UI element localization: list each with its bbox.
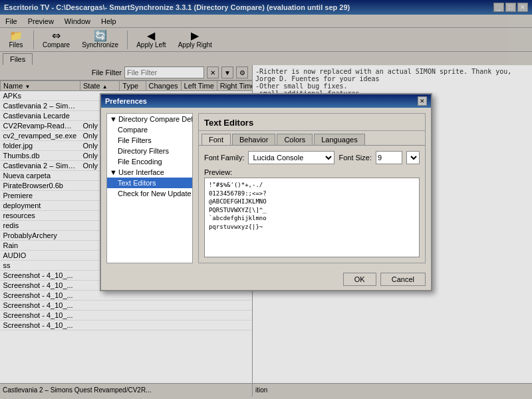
font-family-label: Font Family: bbox=[204, 154, 245, 162]
pref-tab-font[interactable]: Font bbox=[201, 134, 231, 145]
dialog-close-button[interactable]: ✕ bbox=[418, 96, 427, 106]
font-size-dropdown[interactable]: ▼ bbox=[406, 151, 420, 164]
tree-item-directory-compare[interactable]: ▼ Directory Compare Defaults bbox=[107, 114, 192, 124]
pref-section-title: Text Editors bbox=[199, 114, 425, 131]
font-size-input[interactable] bbox=[376, 151, 402, 164]
preferences-dialog: Preferences ✕ ▼ Directory Compare Defaul… bbox=[100, 93, 432, 291]
tree-item-directory-filters[interactable]: Directory Filters bbox=[107, 146, 192, 156]
tree-item-compare[interactable]: Compare bbox=[107, 124, 192, 135]
tree-expand-icon: ▼ bbox=[110, 115, 117, 123]
dialog-title-bar: Preferences ✕ bbox=[101, 94, 431, 108]
pref-tab-languages[interactable]: Languages bbox=[314, 134, 364, 145]
pref-tab-colors[interactable]: Colors bbox=[277, 134, 313, 145]
font-size-label: Font Size: bbox=[338, 154, 372, 162]
ok-button[interactable]: OK bbox=[343, 273, 376, 286]
cancel-button[interactable]: Cancel bbox=[380, 273, 426, 286]
dialog-title: Preferences bbox=[105, 97, 147, 105]
preferences-tree: ▼ Directory Compare Defaults Compare Fil… bbox=[106, 113, 193, 263]
tree-item-user-interface[interactable]: ▼ User Interface bbox=[107, 167, 192, 178]
dialog-buttons: OK Cancel bbox=[101, 269, 431, 290]
preview-label: Preview: bbox=[204, 168, 420, 176]
tree-item-file-encoding[interactable]: File Encoding bbox=[107, 156, 192, 167]
preview-box: !"#$%&'()*+,-./ 0123456789:;<=>? @ABCDEF… bbox=[204, 178, 420, 257]
pref-tabs: Font Behavior Colors Languages bbox=[199, 131, 425, 145]
pref-tab-font-content: Font Family: Lucida Console Font Size: ▼… bbox=[199, 145, 425, 263]
tree-item-text-editors[interactable]: Text Editors bbox=[107, 178, 192, 188]
dialog-overlay: Preferences ✕ ▼ Directory Compare Defaul… bbox=[0, 0, 532, 399]
tree-item-check-update[interactable]: Check for New Update bbox=[107, 188, 192, 199]
font-family-row: Font Family: Lucida Console Font Size: ▼ bbox=[204, 151, 420, 164]
tree-expand-icon-2: ▼ bbox=[110, 168, 117, 176]
font-family-select[interactable]: Lucida Console bbox=[248, 151, 334, 164]
tree-item-file-filters[interactable]: File Filters bbox=[107, 135, 192, 146]
preferences-content: Text Editors Font Behavior Colors Langua… bbox=[198, 113, 426, 263]
pref-tab-behavior[interactable]: Behavior bbox=[232, 134, 275, 145]
dialog-body: ▼ Directory Compare Defaults Compare Fil… bbox=[101, 108, 431, 269]
